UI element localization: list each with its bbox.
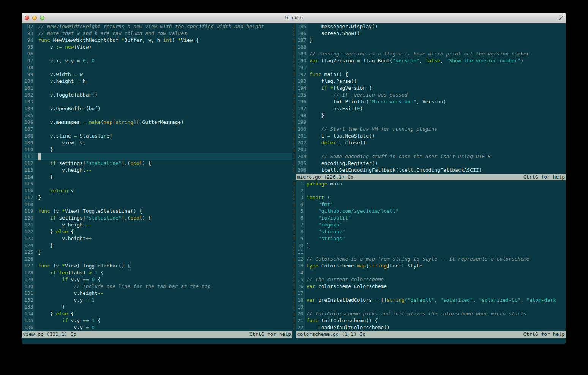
code-line[interactable]: 112 if settings["statusline"].(bool) { — [22, 160, 292, 167]
code-line[interactable]: |196 fmt.Println("Micro version:", Versi… — [292, 98, 566, 105]
code-line[interactable]: 103 — [22, 98, 292, 105]
code-line[interactable]: |4 "fmt" — [292, 201, 566, 208]
code-line[interactable]: 132 v.y = 1 — [22, 297, 292, 304]
code-line[interactable]: 120 if settings["statusline"].(bool) { — [22, 215, 292, 222]
code-line[interactable]: |205 encoding.Register() — [292, 160, 566, 167]
close-button[interactable] — [25, 16, 29, 20]
code-line[interactable]: |5 "github.com/zyedidia/tcell" — [292, 208, 566, 215]
code-line[interactable]: |200 // Start the Lua VM for running plu… — [292, 126, 566, 133]
code-line[interactable]: |193 flag.Parse() — [292, 78, 566, 85]
code-line[interactable]: |187} — [292, 37, 566, 44]
code-line[interactable]: |188 — [292, 44, 566, 51]
code-line[interactable]: 124 } — [22, 242, 292, 249]
code-line[interactable]: 136 v.y = 0 — [22, 324, 292, 331]
code-line[interactable]: 93// Note that w and h are raw column an… — [22, 30, 292, 37]
code-line[interactable]: 134 } else { — [22, 310, 292, 317]
code-line[interactable]: 98 — [22, 64, 292, 71]
code-line[interactable]: |185 messenger.Display() — [292, 23, 566, 30]
code-line[interactable]: |22 LoadDefaultColorscheme() — [292, 324, 566, 331]
code-line[interactable]: |1package main — [292, 180, 566, 187]
code-line[interactable]: 106 v.messages = make(map[string][]Gutte… — [22, 119, 292, 126]
code-line[interactable]: |192func main() { — [292, 71, 566, 78]
code-line[interactable]: |13type Colorscheme map[string]tcell.Sty… — [292, 263, 566, 269]
code-line[interactable]: 135 if v.y == 1 { — [22, 317, 292, 324]
code-line[interactable]: 94func NewViewWidthHeight(buf *Buffer, w… — [22, 37, 292, 44]
code-line[interactable]: |14 — [292, 269, 566, 276]
code-line[interactable]: |11 — [292, 249, 566, 256]
code-line[interactable]: 95 v := new(View) — [22, 44, 292, 51]
code-line[interactable]: 116 return v — [22, 187, 292, 194]
code-line[interactable]: |16var colorscheme Colorscheme — [292, 283, 566, 290]
code-line[interactable]: |195 // If -version was passed — [292, 92, 566, 98]
code-line[interactable]: |18var preInstalledColors = []string{"de… — [292, 297, 566, 304]
code-line[interactable]: |189// Passing -version as a flag will h… — [292, 51, 566, 57]
code-line[interactable]: 130 // Include one line for the tab bar … — [22, 283, 292, 290]
titlebar[interactable]: 5. micro — [22, 13, 566, 23]
view-go-buffer[interactable]: 92// NewViewWidthHeight returns a new vi… — [22, 23, 292, 331]
code-line[interactable]: |191 — [292, 64, 566, 71]
code-line[interactable]: 105 — [22, 112, 292, 119]
zoom-button[interactable] — [40, 16, 44, 20]
code-line[interactable]: 101 — [22, 85, 292, 92]
code-line[interactable]: 122 } else { — [22, 228, 292, 235]
code-line[interactable]: |186 screen.Show() — [292, 30, 566, 37]
code-line[interactable]: 123 v.height++ — [22, 235, 292, 242]
fullscreen-icon[interactable] — [558, 15, 564, 21]
code-line[interactable]: |198 } — [292, 112, 566, 119]
code-line[interactable]: 126 — [22, 256, 292, 263]
code-line[interactable]: 97 v.x, v.y = 0, 0 — [22, 57, 292, 64]
code-line[interactable]: |202 defer L.Close() — [292, 139, 566, 146]
code-line[interactable]: 131 v.height-- — [22, 290, 292, 297]
code-line[interactable]: |204 // Some encoding stuff in case the … — [292, 153, 566, 160]
code-line[interactable]: 109 view: v, — [22, 139, 292, 146]
code-line[interactable]: |19 — [292, 304, 566, 310]
code-line[interactable]: 92// NewViewWidthHeight returns a new vi… — [22, 23, 292, 30]
command-line[interactable] — [22, 338, 566, 344]
code-line[interactable]: 100 v.height = h — [22, 78, 292, 85]
code-line[interactable]: |194 if *flagVersion { — [292, 85, 566, 92]
code-line[interactable]: 125} — [22, 249, 292, 256]
code-line[interactable]: 102 v.ToggleTabbar() — [22, 92, 292, 98]
micro-go-buffer[interactable]: |185 messenger.Display()|186 screen.Show… — [292, 23, 566, 174]
code-line[interactable]: |8 "strconv" — [292, 228, 566, 235]
code-line[interactable]: 119func (v *View) ToggleStatusLine() { — [22, 208, 292, 215]
code-line[interactable]: 108 v.sline = Statusline{ — [22, 133, 292, 139]
code-line[interactable]: 99 v.width = w — [22, 71, 292, 78]
code-line[interactable]: 104 v.OpenBuffer(buf) — [22, 105, 292, 112]
code-line[interactable]: |197 os.Exit(0) — [292, 105, 566, 112]
code-line[interactable]: 129 if v.y == 0 { — [22, 276, 292, 283]
code-line[interactable]: 115 — [22, 180, 292, 187]
code-line[interactable]: |2 — [292, 187, 566, 194]
colorscheme-go-buffer[interactable]: |1package main|2|3import (|4 "fmt"|5 "gi… — [292, 180, 566, 331]
code-line[interactable]: |203 — [292, 146, 566, 153]
code-line[interactable]: 113 v.height-- — [22, 167, 292, 174]
code-line[interactable]: |10) — [292, 242, 566, 249]
code-line[interactable]: |21func InitColorscheme() { — [292, 317, 566, 324]
code-line[interactable]: 121 v.height-- — [22, 222, 292, 228]
minimize-button[interactable] — [32, 16, 37, 20]
code-line[interactable]: |199 — [292, 119, 566, 126]
code-line[interactable]: |3import ( — [292, 194, 566, 201]
code-line[interactable]: 127func (v *View) ToggleTabbar() { — [22, 263, 292, 269]
code-line[interactable]: 107 — [22, 126, 292, 133]
code-line[interactable]: |17 — [292, 290, 566, 297]
code-line[interactable]: |7 "regexp" — [292, 222, 566, 228]
code-line[interactable]: |20// InitColorscheme picks and initiali… — [292, 310, 566, 317]
code-line[interactable]: |15// The current colorscheme — [292, 276, 566, 283]
code-line[interactable]: 110 } — [22, 146, 292, 153]
code-line[interactable]: |6 "io/ioutil" — [292, 215, 566, 222]
code-line[interactable]: 133 } — [22, 304, 292, 310]
code-line[interactable]: 117} — [22, 194, 292, 201]
code-line[interactable]: |9 "strings" — [292, 235, 566, 242]
code-line[interactable]: |12// Colorscheme is a map from string t… — [292, 256, 566, 263]
split-divider-icon: | — [292, 98, 296, 105]
code-line[interactable]: 128 if len(tabs) > 1 { — [22, 269, 292, 276]
code-line[interactable]: 111 — [22, 153, 292, 160]
code-line[interactable]: 114 } — [22, 174, 292, 180]
code-line[interactable]: 96 — [22, 51, 292, 57]
code-line[interactable]: |201 L = lua.NewState() — [292, 133, 566, 139]
code-line[interactable]: 118 — [22, 201, 292, 208]
line-number: 4 — [296, 201, 305, 208]
code-line[interactable]: |190var flagVersion = flag.Bool("version… — [292, 57, 566, 64]
code-line[interactable]: |206 tcell.SetEncodingFallback(tcell.Enc… — [292, 167, 566, 174]
